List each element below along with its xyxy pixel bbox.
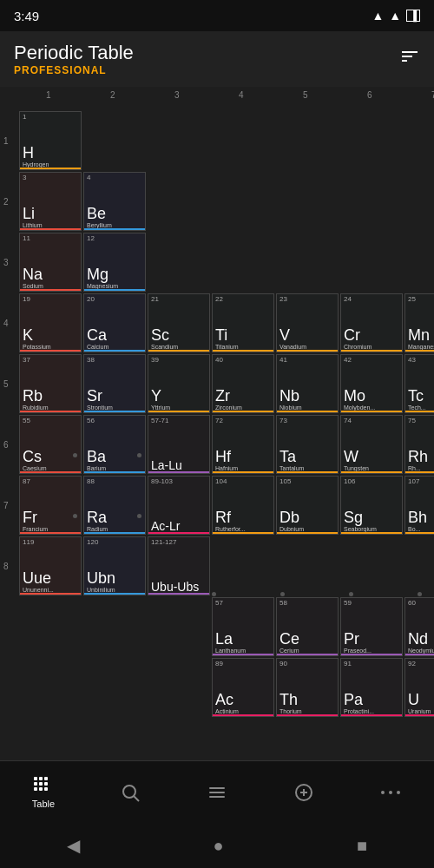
element-bh[interactable]: 107BhBo... bbox=[404, 476, 434, 535]
category-line bbox=[277, 411, 338, 412]
element-name: Praseod... bbox=[344, 648, 399, 654]
element-number: 3 bbox=[23, 174, 26, 181]
svg-point-17 bbox=[381, 791, 385, 794]
filter-button[interactable] bbox=[399, 46, 420, 72]
element-number: 89 bbox=[215, 661, 223, 667]
header-title-block: Periodic Table PROFESSIONAL bbox=[14, 42, 134, 76]
element-ac[interactable]: 89AcActinium bbox=[212, 658, 274, 717]
svg-rect-3 bbox=[34, 782, 37, 786]
element-zr[interactable]: 40ZrZirconium bbox=[212, 354, 274, 413]
element-ce[interactable]: 58CeCerium bbox=[276, 597, 339, 656]
element-name: Calcium bbox=[87, 344, 142, 350]
category-line bbox=[20, 411, 81, 412]
row-num-7: 7 bbox=[3, 501, 9, 510]
element-number: 92 bbox=[408, 661, 416, 667]
element-li[interactable]: 3LiLithium bbox=[19, 172, 82, 231]
element-cs[interactable]: 55CsCaesium bbox=[19, 415, 82, 474]
back-button[interactable]: ◀ bbox=[67, 835, 80, 856]
category-line bbox=[405, 471, 434, 473]
element-lalu[interactable]: 57-71La-Lu bbox=[148, 415, 210, 474]
nav-table[interactable]: Table bbox=[17, 776, 69, 809]
element-pa[interactable]: 91PaProtactini... bbox=[340, 658, 403, 717]
category-line bbox=[405, 654, 434, 655]
element-mo[interactable]: 42MoMolybden... bbox=[340, 354, 403, 413]
element-v[interactable]: 23VVanadium bbox=[276, 293, 339, 352]
element-ta[interactable]: 73TaTantalum bbox=[276, 415, 339, 474]
element-ubn[interactable]: 120UbnUnbinilium bbox=[83, 536, 146, 595]
element-ti[interactable]: 22TiTitanium bbox=[212, 293, 274, 352]
element-ba[interactable]: 56BaBarium bbox=[83, 415, 146, 474]
element-be[interactable]: 4BeBeryllium bbox=[83, 172, 146, 231]
element-name: Potassium bbox=[23, 344, 78, 350]
element-name: Seaborgium bbox=[344, 526, 399, 532]
element-number: 25 bbox=[408, 296, 416, 303]
nav-search[interactable] bbox=[104, 782, 156, 803]
element-k[interactable]: 19KPotassium bbox=[19, 293, 82, 352]
element-name: Barium bbox=[87, 465, 142, 471]
status-icons: ▲ ▲ ▐ bbox=[372, 9, 420, 23]
category-line bbox=[148, 532, 209, 534]
category-line bbox=[20, 350, 81, 352]
element-na[interactable]: 11NaSodium bbox=[19, 233, 82, 292]
nav-add[interactable] bbox=[278, 782, 330, 803]
element-number: 72 bbox=[215, 418, 223, 424]
category-line bbox=[20, 168, 81, 169]
element-fr[interactable]: 87FrFrancium bbox=[19, 476, 82, 535]
element-u[interactable]: 92UUranium bbox=[404, 658, 434, 717]
element-rh[interactable]: 75RhRh... bbox=[404, 415, 434, 474]
element-rf[interactable]: 104RfRutherfor... bbox=[212, 476, 274, 535]
element-symbol: Ba bbox=[87, 449, 106, 464]
element-w[interactable]: 74WTungsten bbox=[340, 415, 403, 474]
element-ra[interactable]: 88RaRadium bbox=[83, 476, 146, 535]
category-line bbox=[341, 471, 402, 473]
category-line bbox=[405, 714, 434, 716]
element-name: Rubidium bbox=[23, 404, 78, 411]
table-icon bbox=[33, 776, 54, 795]
element-name: Chromium bbox=[344, 344, 399, 350]
element-aclr[interactable]: 89-103Ac-Lr bbox=[148, 476, 210, 535]
element-uue[interactable]: 119UueUnunenni... bbox=[19, 536, 82, 595]
element-ca[interactable]: 20CaCalcium bbox=[83, 293, 146, 352]
element-tc[interactable]: 43TcTech... bbox=[404, 354, 434, 413]
category-line bbox=[213, 471, 273, 473]
element-db[interactable]: 105DbDubnium bbox=[276, 476, 339, 535]
col-num-3: 3 bbox=[174, 90, 180, 100]
element-name: Caesium bbox=[23, 465, 78, 471]
element-mn[interactable]: 25MnManganese bbox=[404, 293, 434, 352]
element-name: Rutherfor... bbox=[215, 526, 271, 532]
element-nd[interactable]: 60NdNeodymiu... bbox=[404, 597, 434, 656]
home-button[interactable]: ● bbox=[213, 836, 223, 856]
svg-rect-6 bbox=[34, 787, 37, 791]
element-name: Dubnium bbox=[279, 526, 335, 532]
element-sg[interactable]: 106SgSeaborgium bbox=[340, 476, 403, 535]
category-line bbox=[405, 350, 434, 352]
element-cr[interactable]: 24CrChromium bbox=[340, 293, 403, 352]
element-name: Uranium bbox=[408, 708, 434, 714]
element-number: 107 bbox=[408, 478, 419, 485]
element-la[interactable]: 57LaLanthanum bbox=[212, 597, 274, 656]
nav-list[interactable] bbox=[191, 782, 243, 803]
element-number: 60 bbox=[408, 600, 416, 607]
element-nb[interactable]: 41NbNiobium bbox=[276, 354, 339, 413]
element-symbol: Be bbox=[87, 206, 106, 221]
element-hf[interactable]: 72HfHafnium bbox=[212, 415, 274, 474]
element-rb[interactable]: 37RbRubidium bbox=[19, 354, 82, 413]
element-sr[interactable]: 38SrStrontium bbox=[83, 354, 146, 413]
element-pr[interactable]: 59PrPraseod... bbox=[340, 597, 403, 656]
element-sc[interactable]: 21ScScandium bbox=[148, 293, 210, 352]
element-mg[interactable]: 12MgMagnesium bbox=[83, 233, 146, 292]
recent-button[interactable]: ■ bbox=[357, 836, 367, 856]
nav-more[interactable] bbox=[365, 789, 417, 796]
element-symbol: Rb bbox=[23, 388, 43, 404]
element-symbol: Ti bbox=[215, 327, 227, 343]
element-symbol: H bbox=[23, 145, 34, 161]
element-number: 106 bbox=[344, 478, 355, 485]
app-subtitle: PROFESSIONAL bbox=[14, 64, 134, 76]
element-number: 90 bbox=[279, 661, 287, 667]
element-y[interactable]: 39YYttrium bbox=[148, 354, 210, 413]
element-symbol: Sc bbox=[151, 327, 169, 343]
element-th[interactable]: 90ThThorium bbox=[276, 658, 339, 717]
element-h[interactable]: 1HHydrogen bbox=[19, 111, 82, 170]
element-ubuubs[interactable]: 121-127Ubu-Ubs bbox=[148, 536, 210, 595]
element-number: 59 bbox=[344, 600, 352, 607]
